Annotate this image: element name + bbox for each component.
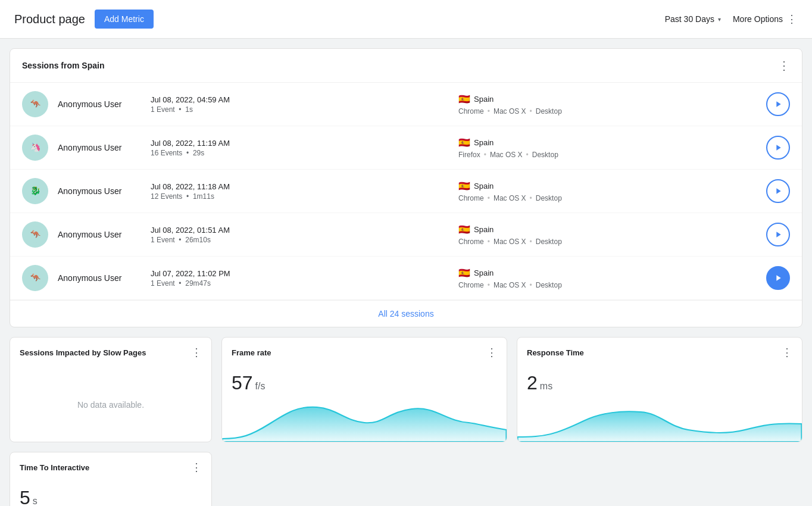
response-time-chart	[517, 394, 802, 442]
frame-rate-title: Frame rate	[232, 348, 271, 357]
session-events: 16 Events • 29s	[151, 149, 449, 157]
play-button[interactable]	[766, 266, 790, 290]
os-name: Mac OS X	[494, 238, 526, 246]
flag-icon: 🇪🇸	[458, 137, 470, 148]
tti-number: 5	[20, 487, 30, 506]
slow-pages-title: Sessions Impacted by Slow Pages	[20, 348, 146, 357]
session-meta: Jul 08, 2022, 01:51 AM 1 Event • 26m10s	[151, 226, 449, 244]
location-browser: Chrome • Mac OS X • Desktop	[458, 281, 757, 289]
avatar-icon: 🦘	[27, 96, 43, 113]
location-browser: Chrome • Mac OS X • Desktop	[458, 107, 757, 115]
session-events: 1 Event • 29m47s	[151, 279, 449, 288]
session-location: 🇪🇸 Spain Firefox • Mac OS X • Desktop	[458, 137, 757, 159]
location-country: 🇪🇸 Spain	[458, 137, 757, 148]
svg-text:🦘: 🦘	[30, 273, 41, 283]
table-row: 🐉 Anonymous User Jul 08, 2022, 11:18 AM …	[10, 170, 802, 213]
table-row: 🦘 Anonymous User Jul 07, 2022, 11:02 PM …	[10, 257, 802, 300]
svg-text:🦘: 🦘	[30, 99, 41, 109]
response-time-menu-icon[interactable]: ⋮	[782, 346, 792, 359]
sessions-card-menu-icon[interactable]: ⋮	[778, 58, 790, 73]
browser-name: Chrome	[458, 194, 484, 202]
date-range-selector[interactable]: Past 30 Days ▾	[665, 14, 721, 24]
tti-widget: Time To Interactive ⋮ 5 s	[10, 452, 212, 506]
sessions-card: Sessions from Spain ⋮ 🦘 Anonymous User J…	[10, 48, 802, 327]
response-time-header: Response Time ⋮	[517, 338, 802, 367]
country-name: Spain	[474, 182, 494, 190]
tti-header: Time To Interactive ⋮	[10, 452, 211, 482]
flag-icon: 🇪🇸	[458, 180, 470, 192]
country-name: Spain	[474, 138, 494, 147]
session-location: 🇪🇸 Spain Chrome • Mac OS X • Desktop	[458, 180, 757, 202]
location-country: 🇪🇸 Spain	[458, 267, 757, 279]
tti-title: Time To Interactive	[20, 463, 89, 472]
response-time-body: 2 ms	[517, 367, 802, 442]
frame-rate-menu-icon[interactable]: ⋮	[486, 346, 497, 359]
avatar-icon: 🦄	[27, 139, 43, 156]
slow-pages-menu-icon[interactable]: ⋮	[191, 346, 202, 359]
country-name: Spain	[474, 268, 494, 277]
frame-rate-chart	[222, 394, 507, 442]
play-button[interactable]	[766, 179, 790, 203]
play-icon	[773, 186, 783, 196]
chevron-down-icon: ▾	[718, 16, 721, 23]
more-options-label: More Options	[733, 14, 783, 24]
response-time-number: 2	[527, 372, 538, 394]
os-name: Mac OS X	[494, 281, 526, 289]
user-name: Anonymous User	[58, 186, 141, 196]
bottom-row: Sessions Impacted by Slow Pages ⋮ No dat…	[10, 337, 802, 442]
frame-rate-widget: Frame rate ⋮ 57 f/s	[221, 337, 507, 442]
device-type: Desktop	[536, 281, 562, 289]
os-name: Mac OS X	[494, 194, 526, 202]
session-events: 1 Event • 26m10s	[151, 236, 449, 244]
date-range-label: Past 30 Days	[665, 14, 714, 24]
location-country: 🇪🇸 Spain	[458, 93, 757, 105]
all-sessions-link[interactable]: All 24 sessions	[10, 300, 802, 327]
frame-rate-number: 57	[232, 372, 253, 394]
flag-icon: 🇪🇸	[458, 267, 470, 279]
frame-rate-chart-svg	[222, 394, 507, 442]
session-time: Jul 08, 2022, 01:51 AM	[151, 226, 449, 235]
frame-rate-unit: f/s	[255, 381, 266, 392]
session-time: Jul 08, 2022, 11:18 AM	[151, 182, 449, 191]
play-button[interactable]	[766, 223, 790, 246]
slow-pages-widget: Sessions Impacted by Slow Pages ⋮ No dat…	[10, 337, 212, 442]
page-title: Product page	[14, 13, 85, 26]
browser-name: Firefox	[458, 151, 480, 159]
avatar: 🦘	[22, 91, 48, 117]
play-button[interactable]	[766, 92, 790, 116]
session-time: Jul 08, 2022, 11:19 AM	[151, 139, 449, 148]
avatar: 🦘	[22, 265, 48, 291]
more-options-button[interactable]: More Options ⋮	[733, 13, 798, 26]
user-name: Anonymous User	[58, 273, 141, 283]
header: Product page Add Metric Past 30 Days ▾ M…	[0, 0, 812, 39]
session-events: 1 Event • 1s	[151, 105, 449, 114]
avatar-icon: 🦘	[27, 270, 43, 286]
country-name: Spain	[474, 225, 494, 234]
browser-name: Chrome	[458, 281, 484, 289]
os-name: Mac OS X	[490, 151, 523, 159]
avatar: 🦘	[22, 221, 48, 248]
header-left: Product page Add Metric	[14, 10, 154, 29]
device-type: Desktop	[532, 151, 558, 159]
svg-text:🐉: 🐉	[30, 186, 41, 196]
response-time-chart-svg	[517, 394, 802, 442]
user-name: Anonymous User	[58, 230, 141, 239]
session-location: 🇪🇸 Spain Chrome • Mac OS X • Desktop	[458, 224, 757, 246]
session-location: 🇪🇸 Spain Chrome • Mac OS X • Desktop	[458, 267, 757, 289]
response-time-unit: ms	[540, 381, 552, 392]
tti-menu-icon[interactable]: ⋮	[191, 461, 202, 474]
sessions-card-title: Sessions from Spain	[22, 61, 104, 70]
country-name: Spain	[474, 95, 494, 104]
response-time-widget: Response Time ⋮ 2 ms	[517, 337, 802, 442]
add-metric-button[interactable]: Add Metric	[95, 10, 154, 29]
play-button[interactable]	[766, 136, 790, 160]
tti-body: 5 s	[10, 482, 211, 506]
play-icon	[773, 273, 783, 283]
play-icon	[773, 99, 783, 109]
session-meta: Jul 07, 2022, 11:02 PM 1 Event • 29m47s	[151, 269, 449, 288]
frame-rate-header: Frame rate ⋮	[222, 338, 507, 367]
table-row: 🦄 Anonymous User Jul 08, 2022, 11:19 AM …	[10, 126, 802, 170]
session-time: Jul 08, 2022, 04:59 AM	[151, 95, 449, 104]
response-time-value-container: 2 ms	[517, 367, 802, 394]
no-data-message: No data available.	[10, 376, 211, 433]
